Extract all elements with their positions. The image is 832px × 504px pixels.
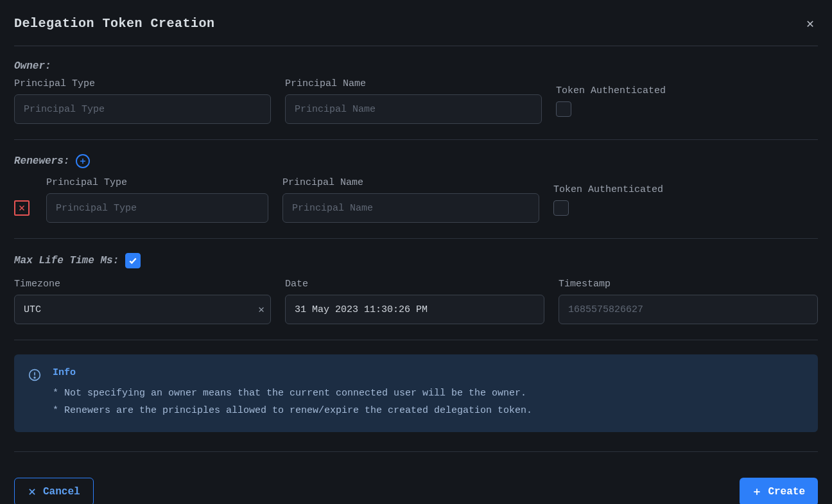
owner-principal-type-label: Principal Type bbox=[14, 78, 271, 89]
owner-token-auth-label: Token Authenticated bbox=[556, 85, 666, 96]
renewer-principal-name-input[interactable] bbox=[282, 193, 539, 223]
max-life-enabled-checkbox[interactable] bbox=[125, 253, 141, 268]
owner-principal-name-label: Principal Name bbox=[285, 78, 542, 89]
owner-token-auth-checkbox[interactable] bbox=[556, 101, 571, 117]
owner-section-label: Owner: bbox=[14, 60, 51, 72]
date-label: Date bbox=[285, 279, 544, 290]
divider bbox=[14, 139, 818, 140]
info-line: * Renewers are the principles allowed to… bbox=[53, 402, 532, 419]
info-icon bbox=[28, 369, 41, 419]
svg-point-6 bbox=[34, 377, 35, 378]
owner-principal-type-input[interactable] bbox=[14, 94, 271, 124]
timestamp-label: Timestamp bbox=[559, 279, 818, 290]
info-title: Info bbox=[53, 367, 532, 378]
renewer-principal-type-label: Principal Type bbox=[46, 177, 268, 188]
timezone-label: Timezone bbox=[14, 279, 271, 290]
cancel-button[interactable]: Cancel bbox=[14, 478, 94, 504]
timezone-input[interactable] bbox=[14, 295, 271, 324]
owner-principal-name-input[interactable] bbox=[285, 94, 542, 124]
renewer-principal-name-label: Principal Name bbox=[282, 177, 539, 188]
close-icon[interactable]: ✕ bbox=[802, 13, 818, 34]
renewers-section-label: Renewers: bbox=[14, 155, 69, 167]
remove-renewer-icon[interactable] bbox=[14, 200, 30, 216]
timezone-clear-icon[interactable]: ✕ bbox=[258, 303, 264, 316]
timestamp-input[interactable] bbox=[559, 295, 818, 324]
divider bbox=[14, 238, 818, 239]
max-life-section-label: Max Life Time Ms: bbox=[14, 255, 119, 266]
info-line: * Not specifying an owner means that the… bbox=[53, 385, 532, 402]
create-button[interactable]: Create bbox=[740, 478, 818, 504]
info-box: Info * Not specifying an owner means tha… bbox=[14, 354, 818, 432]
renewer-token-auth-label: Token Authenticated bbox=[553, 184, 663, 195]
renewer-principal-type-input[interactable] bbox=[46, 193, 268, 223]
page-title: Delegation Token Creation bbox=[14, 16, 215, 31]
divider bbox=[14, 451, 818, 452]
date-input[interactable] bbox=[285, 295, 544, 324]
add-renewer-icon[interactable] bbox=[76, 154, 90, 168]
create-button-label: Create bbox=[768, 486, 805, 498]
divider bbox=[14, 340, 818, 340]
cancel-button-label: Cancel bbox=[43, 486, 80, 498]
renewer-token-auth-checkbox[interactable] bbox=[553, 200, 569, 216]
